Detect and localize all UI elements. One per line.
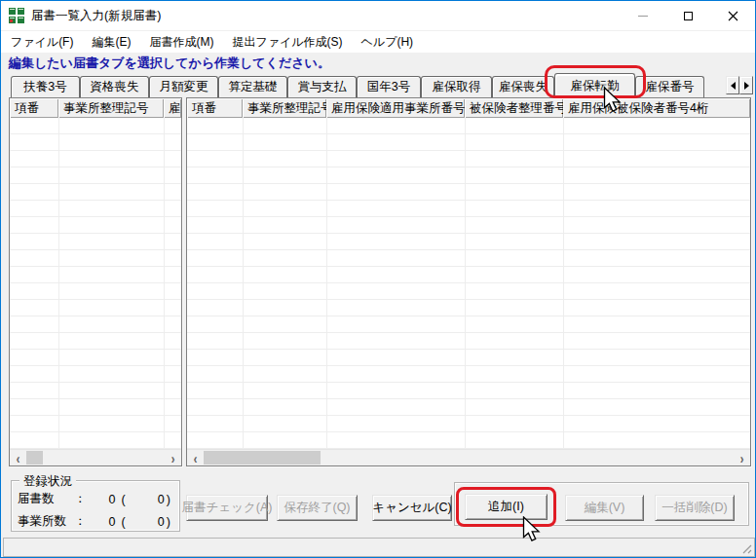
left-table-header: 項番 事業所整理記号 雇	[10, 98, 181, 118]
summary-list-panel: 項番 事業所整理記号 雇 ‹ ›	[9, 97, 182, 466]
tab-scroll-left-button[interactable]	[726, 76, 739, 94]
left-col-jigyosho-seiri-kigo[interactable]: 事業所整理記号	[58, 98, 164, 118]
tab-getsugakuhenkou[interactable]: 月額変更	[149, 76, 218, 97]
registration-status-group: 登録状況 届書数 ： 0 ( 0 ) 事業所数 ： 0 ( 0 )	[11, 480, 180, 532]
tab-kohoshutoku[interactable]: 雇保取得	[421, 76, 492, 97]
scroll-left-icon[interactable]: ‹	[10, 450, 26, 465]
tab-shouyoshiharai[interactable]: 賞与支払	[287, 76, 357, 97]
edit-button[interactable]: 編集(V)	[565, 495, 644, 521]
right-col-koyouhoken-tekiyou-bango[interactable]: 雇用保険適用事業所番号	[326, 98, 465, 118]
tab-fuyou3gou[interactable]: 扶養3号	[11, 76, 80, 97]
form-subcount-value: 0	[126, 493, 165, 506]
office-subcount-value: 0	[126, 515, 165, 529]
tab-shikakusoushitsu[interactable]: 資格喪失	[80, 76, 149, 97]
office-count-value: 0	[87, 515, 116, 529]
office-count-row: 事業所数 ： 0 ( 0 )	[18, 512, 173, 531]
status-bar	[3, 538, 755, 557]
annotation-highlight-tab	[545, 65, 646, 98]
form-count-value: 0	[87, 493, 116, 506]
right-table-header: 項番 事業所整理記号 雇用保険適用事業所番号 被保険者整理番号 雇用保険被保険者…	[187, 98, 750, 118]
tab-scroll-right-button[interactable]	[739, 76, 753, 94]
mouse-cursor	[603, 87, 623, 114]
paren-close: )	[167, 515, 170, 529]
menu-file[interactable]: ファイル(F)	[5, 32, 79, 53]
app-icon[interactable]	[9, 8, 24, 23]
form-check-button[interactable]: 届書チェック(A)	[186, 495, 268, 521]
maximize-button[interactable]	[665, 1, 710, 30]
chevron-right-icon	[744, 82, 749, 90]
left-scroll-thumb[interactable]	[26, 451, 43, 465]
close-button[interactable]	[710, 1, 755, 30]
menu-create-submit-file[interactable]: 提出ファイル作成(S)	[226, 32, 348, 53]
form-count-label: 届書数	[18, 491, 74, 507]
colon: ：	[74, 513, 87, 530]
form-count-row: 届書数 ： 0 ( 0 )	[18, 490, 173, 508]
tab-scroll-buttons	[726, 76, 753, 94]
colon: ：	[74, 491, 87, 507]
menu-edit[interactable]: 編集(E)	[86, 32, 136, 53]
chevron-left-icon	[731, 82, 736, 90]
right-table-body	[187, 118, 750, 449]
minimize-button[interactable]	[621, 1, 665, 30]
right-col-koban[interactable]: 項番	[187, 98, 243, 118]
close-icon	[728, 11, 738, 21]
right-col-jigyosho-seiri-kigo[interactable]: 事業所整理記号	[243, 98, 326, 118]
bulk-delete-button[interactable]: 一括削除(D)	[655, 495, 735, 521]
office-count-label: 事業所数	[18, 513, 74, 530]
tab-kokunen3gou[interactable]: 国年3号	[357, 76, 421, 97]
resize-grip-icon[interactable]	[739, 541, 752, 554]
registration-status-title: 登録状況	[19, 473, 76, 490]
application-window: 届書一覧入力(新規届書) ファイル(F) 編集(E) 届書作成(M) 提出ファイ…	[0, 0, 756, 558]
scroll-left-icon[interactable]: ‹	[187, 450, 204, 465]
left-horizontal-scrollbar[interactable]: ‹ ›	[10, 449, 181, 465]
tab-santeikiso[interactable]: 算定基礎	[218, 76, 287, 97]
scroll-right-icon[interactable]: ›	[165, 450, 181, 465]
menu-create-form[interactable]: 届書作成(M)	[143, 32, 219, 53]
right-col-hihokensha-seiri-bango[interactable]: 被保険者整理番号	[465, 98, 563, 118]
detail-list-panel: 項番 事業所整理記号 雇用保険適用事業所番号 被保険者整理番号 雇用保険被保険者…	[186, 97, 751, 466]
mouse-cursor	[522, 516, 542, 543]
right-scroll-thumb[interactable]	[204, 451, 321, 465]
left-col-truncated[interactable]: 雇	[164, 98, 181, 118]
title-bar: 届書一覧入力(新規届書)	[1, 1, 755, 30]
left-col-koban[interactable]: 項番	[10, 98, 58, 118]
cancel-button[interactable]: キャンセル(C)	[372, 495, 452, 521]
menu-bar: ファイル(F) 編集(E) 届書作成(M) 提出ファイル作成(S) ヘルプ(H)	[1, 31, 755, 53]
right-col-hihokensha-bango-4keta[interactable]: 雇用保険被保険者番号4桁	[563, 98, 750, 118]
scroll-right-icon[interactable]: ›	[734, 450, 750, 465]
right-horizontal-scrollbar[interactable]: ‹ ›	[187, 449, 750, 465]
save-exit-button[interactable]: 保存終了(Q)	[277, 495, 358, 521]
left-table-body	[10, 118, 181, 449]
menu-help[interactable]: ヘルプ(H)	[356, 32, 420, 53]
paren-close: )	[167, 493, 170, 506]
window-title: 届書一覧入力(新規届書)	[31, 8, 161, 24]
minimize-icon	[638, 16, 648, 17]
maximize-icon	[684, 12, 693, 20]
